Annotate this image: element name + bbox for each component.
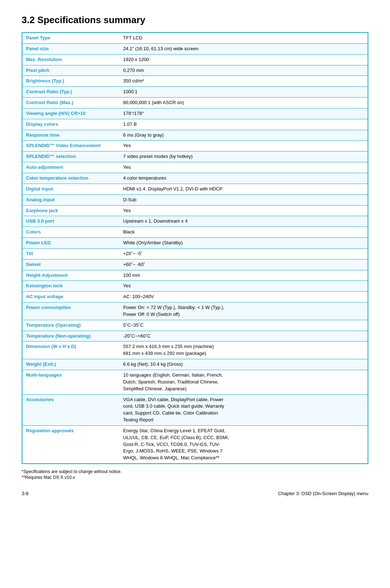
spec-label: SPLENDID™ Video Enhancement	[22, 141, 120, 151]
spec-value: 350 cd/m²	[120, 76, 368, 87]
spec-label: Contrast Ratio (Typ.)	[22, 87, 120, 98]
spec-label: Accessories	[22, 394, 120, 425]
spec-value: 7 video preset modes (by hotkey)	[120, 151, 368, 162]
spec-value: 1920 x 1200	[120, 54, 368, 65]
table-row: Temperature (Operating)5˚C~35˚C	[22, 320, 368, 331]
spec-value: Energy Star, China Energy Level 1, EPEAT…	[120, 425, 368, 464]
table-row: Tilt+20˚~ -5˚	[22, 248, 368, 259]
table-row: Temperature (Non-operating)-20˚C~+60˚C	[22, 331, 368, 342]
spec-value: +60˚~ -60˚	[120, 259, 368, 270]
spec-label: Power consumption	[22, 302, 120, 320]
spec-value: 6 ms (Gray to gray)	[120, 130, 368, 141]
table-row: Power consumptionPower On: < 72 W (Typ.)…	[22, 302, 368, 320]
table-row: Dimension (W x H x D)557.2 mm x 416.3 mm…	[22, 342, 368, 359]
spec-value: 557.2 mm x 416.3 mm x 235 mm (machine)68…	[120, 342, 368, 359]
table-row: Power LEDWhite (On)/Amber (Standby)	[22, 238, 368, 249]
spec-value: 5˚C~35˚C	[120, 320, 368, 331]
spec-label: Height Adjustment	[22, 270, 120, 281]
table-row: Display colors1.07 B	[22, 119, 368, 130]
table-row: Response time6 ms (Gray to gray)	[22, 130, 368, 141]
spec-label: Kensington lock	[22, 281, 120, 292]
table-row: Kensington lockYes	[22, 281, 368, 292]
table-row: Weight (Esti.)6.6 kg (Net); 10.4 kg (Gro…	[22, 359, 368, 370]
spec-label: Tilt	[22, 248, 120, 259]
spec-value: 4 color temperatures	[120, 173, 368, 184]
spec-label: Power LED	[22, 238, 120, 249]
table-row: Height Adjustment100 mm	[22, 270, 368, 281]
spec-label: Display colors	[22, 119, 120, 130]
spec-table: Panel TypeTFT LCDPanel size24.1" (16:10,…	[22, 32, 368, 464]
spec-label: Multi-languages	[22, 370, 120, 395]
footer-chapter: Chapter 3: OSD (On-Screen Display) menu	[278, 491, 368, 496]
table-row: Panel size24.1" (16:10, 61.13 cm) wide s…	[22, 43, 368, 54]
table-row: AccessoriesVGA cable, DVI cable, Display…	[22, 394, 368, 425]
table-row: SPLENDID™ selection7 video preset modes …	[22, 151, 368, 162]
table-row: AC input voltageAC: 100~240V	[22, 292, 368, 302]
spec-value: Yes	[120, 141, 368, 151]
spec-label: Color temperature selection	[22, 173, 120, 184]
table-row: Regulation approvalsEnergy Star, China E…	[22, 425, 368, 464]
spec-label: Digital input	[22, 184, 120, 194]
table-row: Viewing angle (H/V) CR>10178°/178°	[22, 108, 368, 119]
spec-label: Panel size	[22, 43, 120, 54]
table-row: Panel TypeTFT LCD	[22, 33, 368, 43]
spec-value: 24.1" (16:10, 61.13 cm) wide screen	[120, 43, 368, 54]
table-row: SPLENDID™ Video EnhancementYes	[22, 141, 368, 151]
table-row: Analog inputD-Sub	[22, 194, 368, 205]
spec-value: D-Sub	[120, 194, 368, 205]
spec-label: Max. Resolution	[22, 54, 120, 65]
spec-label: Temperature (Operating)	[22, 320, 120, 331]
footnote-line2: **Requires Mac OS X v10.x	[22, 475, 368, 480]
spec-value: Black	[120, 227, 368, 238]
spec-value: 178°/178°	[120, 108, 368, 119]
spec-value: Yes	[120, 162, 368, 173]
spec-label: Colors	[22, 227, 120, 238]
spec-value: 1.07 B	[120, 119, 368, 130]
table-row: Swivel+60˚~ -60˚	[22, 259, 368, 270]
spec-label: Swivel	[22, 259, 120, 270]
spec-label: USB 3.0 port	[22, 216, 120, 227]
spec-label: Viewing angle (H/V) CR>10	[22, 108, 120, 119]
table-row: Digital inputHDMI v1.4, DisplayPort V1.2…	[22, 184, 368, 194]
spec-label: Weight (Esti.)	[22, 359, 120, 370]
spec-value: 80,000,000:1 (with ASCR on)	[120, 98, 368, 108]
spec-value: TFT LCD	[120, 33, 368, 43]
spec-value: White (On)/Amber (Standby)	[120, 238, 368, 249]
spec-value: VGA cable, DVI cable, DisplayPort cable,…	[120, 394, 368, 425]
footnote-line1: *Specifications are subject to change wi…	[22, 469, 368, 474]
spec-value: 10 languages (English, German, Italian, …	[120, 370, 368, 395]
spec-label: Temperature (Non-operating)	[22, 331, 120, 342]
spec-value: 1000:1	[120, 87, 368, 98]
spec-value: -20˚C~+60˚C	[120, 331, 368, 342]
footnotes: *Specifications are subject to change wi…	[22, 469, 368, 480]
spec-label: Brightness (Typ.)	[22, 76, 120, 87]
spec-label: AC input voltage	[22, 292, 120, 302]
spec-value: HDMI v1.4, DisplayPort V1.2, DVI-D with …	[120, 184, 368, 194]
spec-value: 0.270 mm	[120, 65, 368, 76]
table-row: Brightness (Typ.)350 cd/m²	[22, 76, 368, 87]
spec-value: Yes	[120, 205, 368, 216]
page-footer: 3-8 Chapter 3: OSD (On-Screen Display) m…	[22, 491, 368, 496]
section-title: 3.2 Specifications summary	[22, 14, 368, 26]
spec-value: Power On: < 72 W (Typ.), Standby: < 1 W …	[120, 302, 368, 320]
spec-label: Earphone jack	[22, 205, 120, 216]
table-row: Pixel pitch0.270 mm	[22, 65, 368, 76]
table-row: Contrast Ratio (Max.)80,000,000:1 (with …	[22, 98, 368, 108]
table-row: ColorsBlack	[22, 227, 368, 238]
spec-value: Upstream x 1, Downstream x 4	[120, 216, 368, 227]
spec-label: Pixel pitch	[22, 65, 120, 76]
spec-value: +20˚~ -5˚	[120, 248, 368, 259]
table-row: Earphone jackYes	[22, 205, 368, 216]
spec-label: Dimension (W x H x D)	[22, 342, 120, 359]
table-row: Multi-languages10 languages (English, Ge…	[22, 370, 368, 395]
spec-value: Yes	[120, 281, 368, 292]
table-row: Contrast Ratio (Typ.)1000:1	[22, 87, 368, 98]
spec-value: 100 mm	[120, 270, 368, 281]
spec-label: Auto adjustment	[22, 162, 120, 173]
spec-label: Regulation approvals	[22, 425, 120, 464]
spec-label: Response time	[22, 130, 120, 141]
spec-label: SPLENDID™ selection	[22, 151, 120, 162]
footer-page-number: 3-8	[22, 491, 29, 496]
spec-label: Panel Type	[22, 33, 120, 43]
spec-label: Analog input	[22, 194, 120, 205]
